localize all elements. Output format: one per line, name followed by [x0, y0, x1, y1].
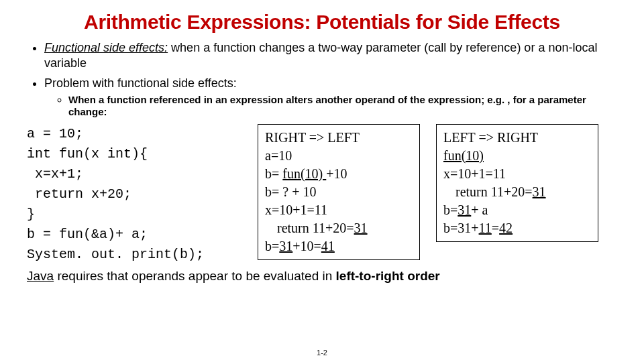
code-l5: }	[27, 206, 35, 222]
bullet-2: Problem with functional side effects: Wh…	[44, 76, 617, 119]
bullet-2-sub: When a function referenced in an express…	[68, 94, 617, 119]
boxB-r4: b=31+ a	[443, 201, 591, 219]
code-l1: a = 10;	[27, 126, 83, 141]
page-number: 1-2	[0, 349, 644, 357]
bullet-2-text: Problem with functional side effects:	[44, 76, 237, 90]
footer-note: Java requires that operands appear to be…	[27, 269, 617, 284]
boxB-r3: return 11+20=31	[443, 183, 591, 201]
boxA-r5: return 11+20=31	[265, 219, 413, 237]
boxA-r1: a=10	[265, 147, 413, 165]
boxA-r4: x=10+1=11	[265, 201, 413, 219]
boxA-head: RIGHT => LEFT	[265, 129, 413, 147]
footer-rest: requires that operands appear to be eval…	[54, 269, 335, 283]
code-l2: int fun(x int){	[27, 146, 148, 162]
boxB-r1: fun(10)	[443, 147, 591, 165]
slide-title: Arithmetic Expressions: Potentials for S…	[27, 11, 617, 34]
code-block: a = 10; int fun(x int){ x=x+1; return x+…	[27, 124, 241, 265]
code-l4: return x+20;	[27, 186, 131, 202]
box-left-to-right: LEFT => RIGHT fun(10) x=10+1=11 return 1…	[436, 124, 598, 242]
footer-lead: Java	[27, 269, 54, 283]
code-l3: x=x+1;	[27, 166, 83, 182]
footer-em: left-to-right order	[336, 269, 440, 283]
bullet-1: Functional side effects: when a function…	[44, 40, 617, 70]
boxA-r3: b= ? + 10	[265, 183, 413, 201]
boxA-r2: b= fun(10) +10	[265, 165, 413, 183]
box-right-to-left: RIGHT => LEFT a=10 b= fun(10) +10 b= ? +…	[258, 124, 420, 260]
boxB-r2: x=10+1=11	[443, 165, 591, 183]
code-l6: b = fun(&a)+ a;	[27, 227, 148, 242]
bullet-list: Functional side effects: when a function…	[27, 40, 617, 119]
columns: a = 10; int fun(x int){ x=x+1; return x+…	[27, 124, 617, 265]
boxA-r6: b=31+10=41	[265, 237, 413, 255]
bullet-1-lead: Functional side effects:	[44, 41, 168, 54]
boxB-head: LEFT => RIGHT	[443, 129, 591, 147]
boxB-r5: b=31+11=42	[443, 219, 591, 237]
code-l7: System. out. print(b);	[27, 247, 204, 262]
